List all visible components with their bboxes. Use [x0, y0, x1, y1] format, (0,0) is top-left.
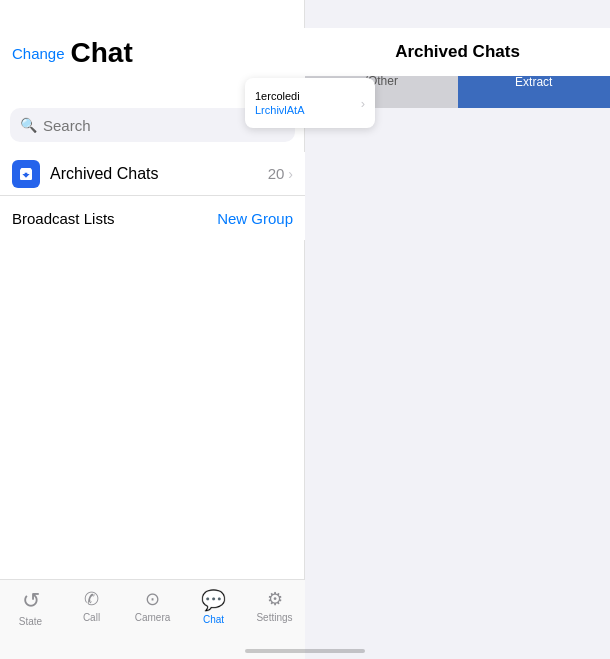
state-label: State [19, 616, 42, 627]
left-header: Change Chat [0, 28, 305, 78]
tab-item-chat[interactable]: 💬 Chat [189, 588, 239, 625]
new-group-button[interactable]: New Group [217, 210, 293, 227]
archived-count: 20 [268, 165, 285, 182]
overlay-archive-label: LrchivlAtA [255, 104, 305, 116]
archived-chevron: › [288, 166, 293, 182]
change-button[interactable]: Change [12, 45, 65, 62]
call-icon: ✆ [84, 588, 99, 610]
broadcast-lists-button[interactable]: Broadcast Lists [12, 210, 115, 227]
home-indicator [245, 649, 365, 653]
tab-bar: ↺ State ✆ Call ⊙ Camera 💬 Chat ⚙ Setting… [0, 579, 305, 659]
overlay-date: 1ercoledi [255, 90, 305, 102]
tab-item-settings[interactable]: ⚙ Settings [250, 588, 300, 623]
tab-item-call[interactable]: ✆ Call [67, 588, 117, 623]
chat-icon: 💬 [201, 588, 226, 612]
settings-label: Settings [256, 612, 292, 623]
archived-header-title: Archived Chats [395, 42, 520, 62]
overlay-card[interactable]: 1ercoledi LrchivlAtA › [245, 78, 375, 128]
overlay-chevron: › [361, 96, 365, 111]
camera-icon: ⊙ [145, 588, 160, 610]
search-icon: 🔍 [20, 117, 37, 133]
archived-chats-label: Archived Chats [50, 165, 268, 183]
archived-chats-row[interactable]: Archived Chats 20 › [0, 152, 305, 196]
chat-label: Chat [203, 614, 224, 625]
archive-svg [18, 166, 34, 182]
camera-label: Camera [135, 612, 171, 623]
state-icon: ↺ [22, 588, 40, 614]
bottom-actions: Broadcast Lists New Group [0, 196, 305, 240]
settings-icon: ⚙ [267, 588, 283, 610]
tab-item-camera[interactable]: ⊙ Camera [128, 588, 178, 623]
chat-title: Chat [71, 37, 133, 69]
extract-tab-label: Extract [515, 75, 552, 89]
archive-icon [12, 160, 40, 188]
archived-header-bar: Archived Chats [305, 28, 610, 76]
call-label: Call [83, 612, 100, 623]
tab-item-state[interactable]: ↺ State [6, 588, 56, 627]
